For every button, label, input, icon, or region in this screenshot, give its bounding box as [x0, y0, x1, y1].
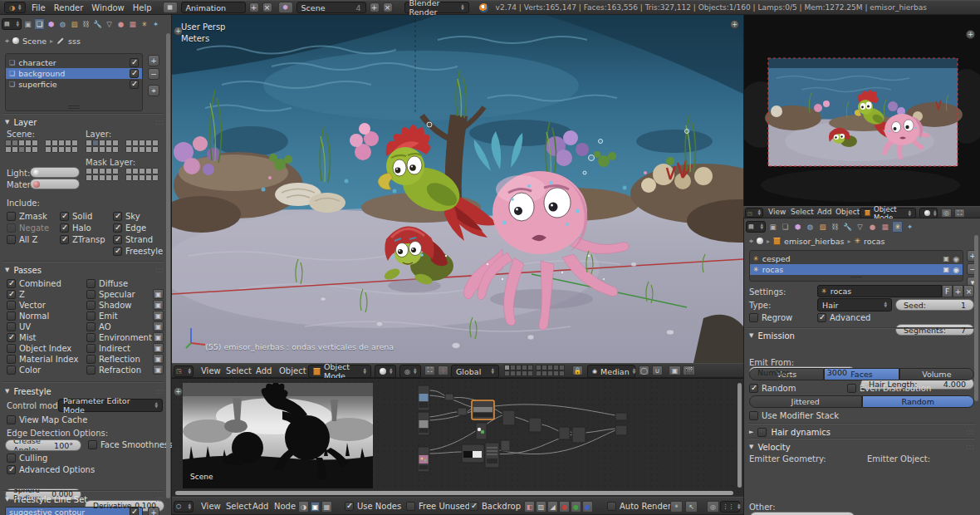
viewport-menu-view[interactable]: View: [198, 366, 223, 375]
axis-gizmo-button[interactable]: ⊹: [438, 365, 448, 375]
pass-material-index-checkbox[interactable]: [7, 355, 16, 364]
tab-render[interactable]: ▣: [22, 18, 33, 30]
tab-constraints[interactable]: ⛓: [81, 18, 91, 30]
pass-refraction-checkbox[interactable]: [86, 365, 96, 375]
menu-window[interactable]: Window: [89, 3, 126, 12]
screen-layout-selector[interactable]: Animation: [181, 2, 246, 13]
tab-data[interactable]: ▽: [104, 18, 115, 30]
culling-checkbox[interactable]: [7, 454, 16, 463]
tab-render[interactable]: ▣: [767, 221, 778, 233]
pin-icon[interactable]: ⌖: [749, 237, 753, 246]
tab-data[interactable]: ▽: [855, 221, 865, 233]
pass-shadow-checkbox[interactable]: [86, 301, 96, 310]
tab-material[interactable]: ●: [867, 221, 878, 233]
hair-dynamics-checkbox[interactable]: [757, 428, 767, 437]
layer-grid-b[interactable]: [125, 140, 159, 153]
freestyle-checkbox[interactable]: [113, 247, 122, 256]
visibility-eye-icon[interactable]: ◉: [953, 255, 959, 263]
pass-exclude-button[interactable]: ▣: [153, 332, 164, 342]
tab-scene[interactable]: ⬢: [46, 18, 56, 30]
cam-mode-selector[interactable]: Object Mode: [860, 208, 916, 218]
compositing-nodes-toggle[interactable]: ▣: [310, 501, 321, 513]
viewport-menu-add[interactable]: Add: [253, 366, 274, 375]
transform-orientation-selector[interactable]: Global: [451, 365, 499, 378]
cam-shading-selector[interactable]: [919, 208, 938, 218]
node-editor[interactable]: Scene: [172, 378, 743, 497]
viewport-shading-selector[interactable]: [375, 365, 396, 378]
tab-texture[interactable]: ▦: [880, 221, 890, 233]
new-settings-button[interactable]: +: [953, 285, 963, 297]
pass-exclude-button[interactable]: ▣: [153, 311, 164, 321]
cam-menu-view[interactable]: View: [766, 208, 788, 216]
tab-scene[interactable]: ⬢: [792, 221, 803, 233]
control-mode-dropdown[interactable]: Parameter Editor Mode: [58, 399, 163, 412]
jittered-button[interactable]: Jittered: [749, 395, 862, 408]
velocity-normal-slider[interactable]: Normal:1.000: [749, 512, 855, 515]
layer-enable-checkbox[interactable]: [130, 69, 139, 78]
pin-layer-button[interactable]: ⌖: [148, 85, 159, 96]
channel-red-toggle[interactable]: ●: [559, 501, 570, 513]
3d-viewport[interactable]: User Persp Meters (55) emisor_hierbas : …: [172, 15, 743, 363]
add-render-layer-button[interactable]: +: [148, 55, 159, 66]
snap-mode-dropdown[interactable]: ⋮⋮: [720, 501, 740, 513]
backdrop-wedge-icon[interactable]: ◢: [547, 501, 558, 513]
pass-emit-checkbox[interactable]: [86, 311, 96, 321]
snap-magnet-toggle[interactable]: ∪: [652, 365, 663, 375]
breadcrumb-renderlayer[interactable]: sss: [68, 37, 81, 46]
go-to-parent-button[interactable]: ↖: [685, 501, 698, 513]
seed-slider[interactable]: Seed:1: [895, 299, 974, 311]
pin-icon[interactable]: ⌖: [5, 37, 9, 46]
negate-checkbox[interactable]: [7, 223, 16, 233]
cam-manipulator-button[interactable]: ⛶: [954, 208, 965, 218]
particle-type-dropdown[interactable]: Hair: [817, 298, 892, 311]
view-map-cache-checkbox[interactable]: [7, 415, 16, 424]
breadcrumb-particle-system[interactable]: rocas: [864, 237, 885, 246]
pass-diffuse-checkbox[interactable]: [86, 279, 96, 288]
menu-render[interactable]: Render: [51, 3, 86, 12]
viewport-editor-type[interactable]: ◳: [174, 365, 194, 377]
cam-menu-add[interactable]: Add: [815, 208, 834, 216]
scene-icon-button[interactable]: ⬢: [278, 2, 293, 13]
scene-layer-grid-a[interactable]: [5, 140, 38, 153]
random-dist-button[interactable]: Random: [862, 395, 975, 408]
pass-exclude-button[interactable]: ▣: [153, 365, 164, 375]
right-panel-scrollbar[interactable]: [974, 235, 978, 401]
freestyle-section-header[interactable]: Freestyle: [5, 385, 164, 397]
camera-region-toggle[interactable]: +: [966, 30, 975, 39]
add-layout-button[interactable]: +: [249, 2, 259, 12]
render-layer-row-selected[interactable]: ❏ background: [6, 68, 142, 79]
solid-checkbox[interactable]: [60, 212, 69, 221]
tab-object[interactable]: ▧: [69, 18, 80, 30]
unlink-settings-button[interactable]: ×: [963, 285, 974, 297]
pass-color-checkbox[interactable]: [7, 365, 16, 375]
pass-exclude-button[interactable]: ▣: [153, 343, 164, 353]
pass-ao-checkbox[interactable]: [86, 322, 96, 331]
sky-checkbox[interactable]: [113, 212, 122, 221]
material-override-field[interactable]: [30, 179, 80, 189]
kr-derivative-slider[interactable]: Kr Derivative E:0.100: [85, 500, 164, 512]
tab-constraints[interactable]: ⛓: [830, 221, 840, 233]
cam-pivot-button[interactable]: ◎: [941, 208, 952, 218]
manipulator-toggle[interactable]: ⛶: [424, 365, 435, 375]
render-layer-row[interactable]: ❏ character: [6, 57, 142, 68]
tab-particles[interactable]: ✳: [892, 221, 903, 233]
advanced-checkbox[interactable]: [817, 313, 826, 322]
toolshelf-toggle[interactable]: +: [174, 27, 183, 36]
all-z-checkbox[interactable]: [7, 235, 16, 244]
shader-nodes-toggle[interactable]: ◑: [298, 501, 309, 513]
tab-material[interactable]: ●: [115, 18, 126, 30]
tab-physics[interactable]: ✦: [904, 221, 915, 233]
breadcrumb-object[interactable]: emisor_hierbas: [784, 237, 844, 246]
mask-layer-grid-a[interactable]: [86, 168, 119, 181]
regrow-checkbox[interactable]: [749, 313, 758, 322]
scene-layer-grid-b[interactable]: [45, 140, 78, 153]
viewport-menu-select[interactable]: Select: [223, 366, 254, 375]
ztransp-checkbox[interactable]: [60, 235, 69, 244]
fake-user-button[interactable]: F: [942, 285, 953, 297]
pass-reflection-checkbox[interactable]: [86, 355, 96, 364]
editor-type-selector[interactable]: ▤: [2, 18, 22, 30]
free-unused-checkbox[interactable]: [406, 502, 415, 511]
channel-green-toggle[interactable]: ●: [571, 501, 581, 513]
particle-system-row[interactable]: ✳ cesped ▣ ◉: [750, 253, 963, 264]
backdrop-gradient-icon[interactable]: ◧: [524, 501, 535, 513]
